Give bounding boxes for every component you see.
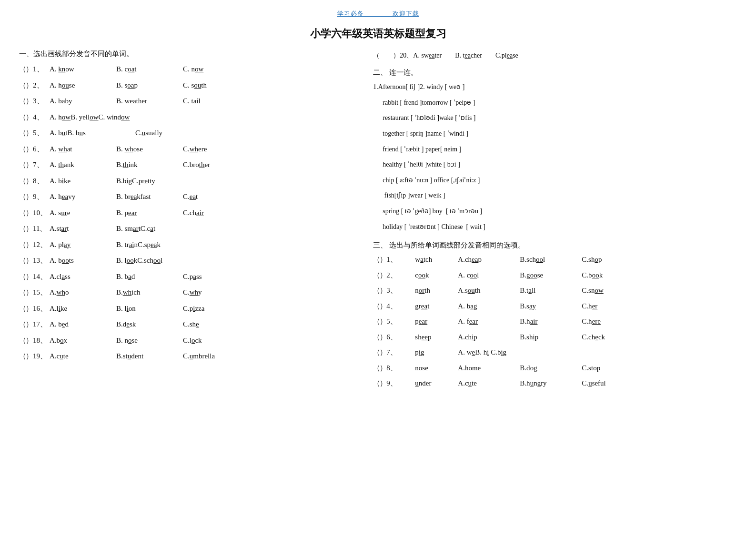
s3-question-row: （ ） 3、 north A.south B.tall C.snow — [373, 285, 737, 297]
option-b: B. weather — [116, 95, 183, 108]
option-a: A. boots — [50, 255, 116, 267]
question-row: （ ）12、 A. play B. trainC.speak — [19, 239, 354, 251]
option-a: A. cool — [458, 269, 520, 282]
q-num: 1、 — [386, 254, 415, 266]
question-row: （ ）10、 A. sure B. pear C.chair — [19, 207, 354, 219]
option-b: B.desk — [116, 318, 183, 331]
option-b: B. bad — [116, 271, 183, 283]
option-c: C. now — [183, 63, 250, 76]
option-b: B. smartC.cat — [116, 223, 202, 235]
option-a: A.chip — [458, 331, 520, 344]
q-options: A. thank B.think C.brother — [50, 159, 250, 171]
s3-question-row: （ ） 1、 watch A.cheap B.school C.shop — [373, 254, 737, 266]
q-options: A.who B.which C.why — [50, 287, 250, 299]
q-num: 3、 — [386, 285, 415, 297]
q-paren: （ — [19, 271, 26, 283]
q-paren: （ — [19, 335, 26, 347]
q-paren: （ — [19, 159, 26, 171]
option-b: B.say — [520, 300, 582, 313]
q-options: A. baby B. weather C. tail — [50, 95, 250, 108]
question-row: （ ）17、 A. bed B.desk C.she — [19, 318, 354, 331]
option-b: B. whose — [116, 143, 183, 156]
q-num: ）11、 — [26, 223, 50, 235]
q-options: A.like B. lion C.pizza — [50, 303, 250, 315]
option-b: B. breakfast — [116, 191, 183, 203]
q-options: A.home B.dog C.stop — [458, 362, 644, 375]
q-num: ）19、 — [26, 350, 50, 363]
q-paren: （ — [19, 191, 26, 203]
connect-line-9: spring [ tə ˈgeðə] boy [ tə ˈmɔrəu ] — [373, 205, 737, 218]
q-paren2: ） — [380, 362, 386, 375]
q-paren: （ — [373, 254, 380, 266]
q-paren: （ — [373, 377, 380, 390]
q-paren: （ — [19, 303, 26, 315]
option-c: C.shop — [582, 254, 644, 266]
option-b: B. lookC.school — [116, 255, 202, 267]
q-paren: （ — [373, 269, 380, 282]
q-options: A.box B. nose C.lock — [50, 335, 250, 347]
q-word: pig — [415, 346, 458, 359]
q-paren2: ） — [380, 285, 386, 297]
q-paren2: ） — [380, 254, 386, 266]
q-num: ）15、 — [26, 287, 50, 299]
q-paren: （ — [19, 223, 26, 235]
q-num: ）12、 — [26, 239, 50, 251]
q-paren: （ — [19, 350, 26, 363]
option-a: A.cute — [50, 350, 116, 363]
option-b: B. soap — [116, 79, 183, 92]
option-a: A. butB. bus — [50, 127, 135, 139]
option-c: C.umbrella — [183, 350, 250, 363]
q-num: 9、 — [386, 377, 415, 390]
section1-title: 一、选出画线部分发音不同的单词。 — [19, 49, 354, 59]
s3-question-row: （ ） 4、 great A. bag B.say C.her — [373, 300, 737, 313]
q-options: A. heavy B. breakfast C.eat — [50, 191, 250, 203]
connect-line-5: friend [ ˈræbit ] paper[ neim ] — [373, 143, 737, 156]
option-c: C.pizza — [183, 303, 250, 315]
q-word: nose — [415, 362, 458, 375]
q-num: ）9、 — [26, 191, 50, 203]
option-a: A. what — [50, 143, 116, 156]
option-c: C.chair — [183, 207, 250, 219]
q-word: sheep — [415, 331, 458, 344]
option-a: A. baby — [50, 95, 116, 108]
top-banner: 学习必备________欢迎下载 — [19, 10, 737, 18]
option-a: A.cute — [458, 377, 520, 390]
option-b: B.think — [116, 159, 183, 171]
q-options: A. play B. trainC.speak — [50, 239, 202, 251]
q-paren: （ — [19, 63, 26, 76]
q-options: A. bag B.say C.her — [458, 300, 644, 313]
option-c: C.stop — [582, 362, 644, 375]
option-c: C. south — [183, 79, 250, 92]
option-c: C.book — [582, 269, 644, 282]
q-options: A.cute B.hungry C.useful — [458, 377, 644, 390]
question-row: （ ）9、 A. heavy B. breakfast C.eat — [19, 191, 354, 203]
option-a: A.like — [50, 303, 116, 315]
option-b: B. lion — [116, 303, 183, 315]
option-a: A. howB. yellowC. window — [50, 111, 135, 124]
option-c: C.why — [183, 287, 250, 299]
option-a: A.home — [458, 362, 520, 375]
option-a: A. thank — [50, 159, 116, 171]
option-a: A. bike — [50, 175, 116, 188]
q-paren: （ — [373, 285, 380, 297]
left-column: 一、选出画线部分发音不同的单词。 （ ）1、 A. know B. coat C… — [19, 49, 363, 393]
s3-question-row: （ ） 9、 under A.cute B.hungry C.useful — [373, 377, 737, 390]
q-paren: （ — [19, 79, 26, 92]
q-num: ）17、 — [26, 318, 50, 331]
option-a: A. play — [50, 239, 116, 251]
connect-line-10: holiday [ ˈrestərɒnt ] Chinese [ wait ] — [373, 221, 737, 234]
question-row: （ ）4、 A. howB. yellowC. window — [19, 111, 354, 124]
q-options: A. cool B.goose C.book — [458, 269, 644, 282]
q-options: A.start B. smartC.cat — [50, 223, 202, 235]
right-column: （ ）20、A. sweater B. teacher C.please 二、 … — [363, 49, 737, 393]
q-word: cook — [415, 269, 458, 282]
q-paren: （ — [19, 239, 26, 251]
q-num: ）5、 — [26, 127, 50, 139]
question-row: （ ）11、 A.start B. smartC.cat — [19, 223, 354, 235]
q-options: A. bike B.bigC.pretty — [50, 175, 202, 188]
q-options: A. weB. hi C.big — [458, 346, 520, 359]
q-num: ）2、 — [26, 79, 50, 92]
option-c: C.useful — [582, 377, 644, 390]
q-word: pear — [415, 316, 458, 328]
q-num: ）8、 — [26, 175, 50, 188]
